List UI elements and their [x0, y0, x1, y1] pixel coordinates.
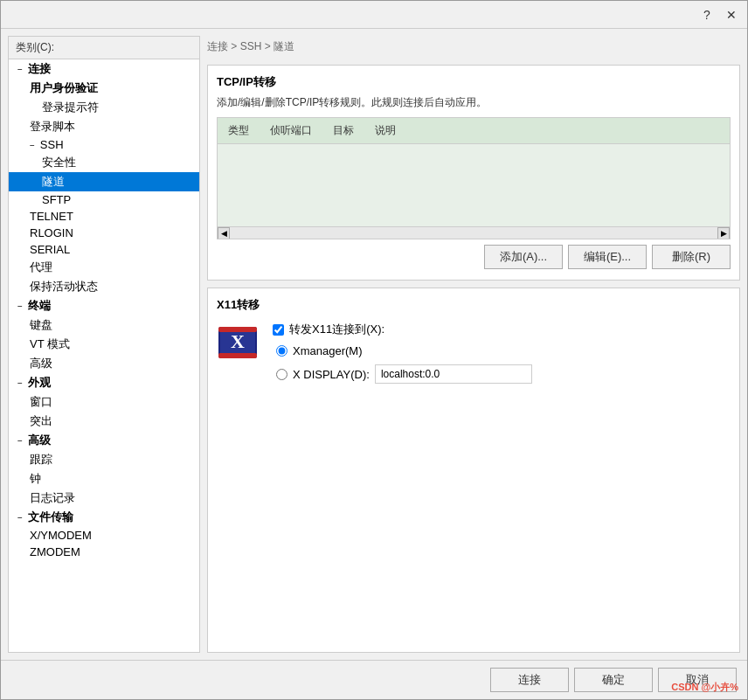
sidebar-item-tunnel[interactable]: 隧道	[9, 172, 199, 191]
sidebar-item-ssh[interactable]: −SSH	[9, 136, 199, 153]
sidebar-item-popup[interactable]: 突出	[9, 412, 199, 431]
table-header: 类型 侦听端口 目标 说明	[218, 118, 730, 144]
help-button[interactable]: ?	[695, 4, 719, 25]
sidebar-item-log[interactable]: 日志记录	[9, 489, 199, 508]
collapse-icon: −	[14, 436, 23, 446]
svg-rect-4	[218, 327, 257, 332]
ok-button[interactable]: 确定	[574, 668, 653, 692]
sidebar-item-trace[interactable]: 跟踪	[9, 450, 199, 469]
left-panel: 类别(C): −连接用户身份验证登录提示符登录脚本−SSH安全性隧道SFTPTE…	[8, 36, 200, 653]
close-button[interactable]: ✕	[719, 4, 744, 25]
sidebar-item-connect[interactable]: −连接	[9, 59, 199, 79]
scroll-left-btn[interactable]: ◀	[218, 227, 230, 239]
sidebar-item-security[interactable]: 安全性	[9, 153, 199, 172]
right-panel: 连接 > SSH > 隧道 TCP/IP转移 添加/编辑/删除TCP/IP转移规…	[207, 36, 740, 653]
xdisplay-row: X DISPLAY(D):	[273, 364, 532, 384]
delete-button[interactable]: 删除(R)	[652, 245, 731, 269]
sidebar-item-serial[interactable]: SERIAL	[9, 241, 199, 258]
sidebar-item-label: SERIAL	[26, 243, 70, 256]
sidebar-item-label: 跟踪	[26, 453, 52, 466]
x11-forward-label[interactable]: 转发X11连接到(X):	[289, 322, 384, 337]
collapse-icon: −	[14, 378, 23, 388]
sidebar-item-label: 突出	[26, 414, 52, 427]
scroll-track[interactable]	[230, 227, 717, 239]
sidebar-item-label: 外观	[24, 376, 51, 389]
sidebar-item-vt-mode[interactable]: VT 模式	[9, 335, 199, 354]
sidebar-item-label: 连接	[24, 62, 51, 75]
sidebar-item-advanced[interactable]: 高级	[9, 354, 199, 373]
sidebar-item-sftp[interactable]: SFTP	[9, 191, 199, 208]
x11-options: 转发X11连接到(X): Xmanager(M) X DISPLAY(D):	[273, 322, 532, 384]
sidebar-item-keyboard[interactable]: 键盘	[9, 315, 199, 335]
breadcrumb: 连接 > SSH > 隧道	[207, 36, 740, 58]
tcp-title: TCP/IP转移	[217, 74, 731, 90]
x11-section: X11转移 X	[207, 288, 740, 653]
sidebar-item-label: 隧道	[38, 175, 65, 188]
sidebar-item-label: 终端	[24, 299, 51, 312]
sidebar-item-zmodem[interactable]: ZMODEM	[9, 544, 199, 560]
svg-rect-3	[218, 353, 257, 358]
sidebar-item-telnet[interactable]: TELNET	[9, 208, 199, 225]
xdisplay-radio[interactable]	[276, 369, 287, 380]
sidebar-item-clock[interactable]: 钟	[9, 469, 199, 489]
sidebar-item-appearance[interactable]: −外观	[9, 373, 199, 392]
sidebar-item-keepalive[interactable]: 保持活动状态	[9, 277, 199, 296]
collapse-icon: −	[14, 301, 23, 311]
sidebar-item-label: 用户身份验证	[26, 81, 98, 94]
dialog-body: 类别(C): −连接用户身份验证登录提示符登录脚本−SSH安全性隧道SFTPTE…	[1, 29, 747, 660]
sidebar-item-label: 登录脚本	[26, 120, 75, 133]
horizontal-scrollbar[interactable]: ◀ ▶	[218, 226, 730, 239]
tree-container: −连接用户身份验证登录提示符登录脚本−SSH安全性隧道SFTPTELNETRLO…	[9, 59, 199, 560]
x11-icon: X	[217, 322, 259, 364]
sidebar-item-advanced2[interactable]: −高级	[9, 431, 199, 450]
sidebar-item-label: VT 模式	[26, 337, 70, 350]
sidebar-item-label: 保持活动状态	[26, 280, 98, 293]
title-bar: ? ✕	[1, 1, 747, 29]
dialog: ? ✕ 类别(C): −连接用户身份验证登录提示符登录脚本−SSH安全性隧道SF…	[0, 0, 748, 700]
collapse-icon: −	[14, 65, 23, 74]
xmanager-radio[interactable]	[276, 345, 287, 357]
add-button[interactable]: 添加(A)...	[484, 245, 563, 269]
edit-button[interactable]: 编辑(E)...	[568, 245, 647, 269]
sidebar-item-label: 代理	[26, 260, 52, 274]
tcp-section: TCP/IP转移 添加/编辑/删除TCP/IP转移规则。此规则连接后自动应用。 …	[207, 65, 740, 281]
xdisplay-label[interactable]: X DISPLAY(D):	[293, 368, 370, 381]
sidebar-item-label: 窗口	[26, 395, 52, 408]
xmanager-label[interactable]: Xmanager(M)	[293, 344, 362, 357]
sidebar-item-xymodem[interactable]: X/YMODEM	[9, 527, 199, 544]
sidebar-item-label: 键盘	[26, 318, 52, 331]
sidebar-item-login-script[interactable]: 登录脚本	[9, 117, 199, 136]
sidebar-item-filetransfer[interactable]: −文件传输	[9, 508, 199, 527]
sidebar-item-proxy[interactable]: 代理	[9, 258, 199, 277]
sidebar-item-label: 安全性	[38, 156, 76, 169]
col-port: 侦听端口	[260, 121, 322, 140]
tcp-buttons-row: 添加(A)... 编辑(E)... 删除(R)	[217, 239, 731, 271]
sidebar-item-label: X/YMODEM	[26, 529, 92, 542]
svg-text:X: X	[231, 330, 245, 352]
sidebar-item-label: RLOGIN	[26, 226, 73, 239]
sidebar-item-rlogin[interactable]: RLOGIN	[9, 225, 199, 241]
scroll-right-btn[interactable]: ▶	[717, 227, 730, 239]
xdisplay-input[interactable]	[375, 364, 532, 384]
x11-forward-checkbox[interactable]	[273, 324, 284, 336]
x11-content: X 转发X11连接到(X): Xmanager(M)	[217, 322, 731, 384]
collapse-icon: −	[26, 141, 35, 150]
sidebar-item-window[interactable]: 窗口	[9, 392, 199, 412]
x11-forward-row: 转发X11连接到(X):	[273, 322, 532, 337]
sidebar-item-label: SSH	[37, 138, 64, 151]
sidebar-item-label: 高级	[24, 433, 51, 447]
watermark: CSDN @小卉%	[671, 681, 738, 694]
category-label: 类别(C):	[9, 37, 199, 59]
sidebar-item-label: 日志记录	[26, 491, 75, 504]
sidebar-item-login-prompt[interactable]: 登录提示符	[9, 98, 199, 117]
sidebar-item-label: 文件传输	[24, 510, 73, 523]
xmanager-row: Xmanager(M)	[273, 344, 532, 357]
sidebar-item-auth[interactable]: 用户身份验证	[9, 79, 199, 98]
connect-button[interactable]: 连接	[490, 668, 569, 692]
sidebar-item-terminal[interactable]: −终端	[9, 296, 199, 315]
bottom-bar: 连接 确定 取消	[1, 660, 747, 699]
sidebar-item-label: 钟	[26, 472, 41, 485]
sidebar-item-label: 登录提示符	[38, 100, 99, 114]
x11-title: X11转移	[217, 297, 731, 313]
tcp-desc: 添加/编辑/删除TCP/IP转移规则。此规则连接后自动应用。	[217, 95, 731, 110]
